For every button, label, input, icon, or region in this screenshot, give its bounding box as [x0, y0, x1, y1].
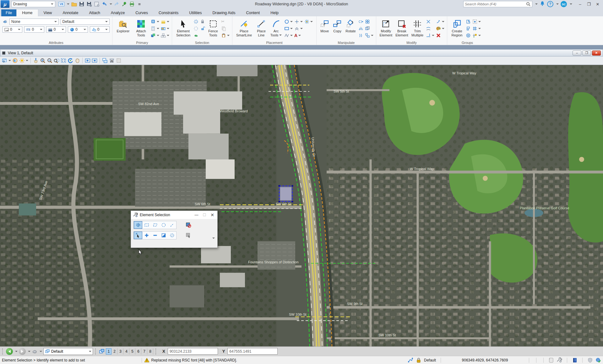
fillet-button[interactable] — [426, 32, 434, 38]
method-block-button[interactable] — [142, 221, 151, 229]
view-history-icon[interactable] — [32, 349, 37, 354]
place-block-button[interactable] — [284, 25, 293, 31]
method-circle-button[interactable] — [159, 221, 168, 229]
help-icon[interactable]: ? — [547, 1, 553, 7]
models-button[interactable] — [151, 25, 159, 31]
group-hole-button[interactable] — [466, 25, 471, 31]
view-groups-button[interactable] — [161, 32, 169, 38]
place-chevrons-button[interactable] — [294, 25, 303, 31]
active-level-value[interactable]: Default — [424, 358, 436, 362]
view-toggle-3[interactable]: 3 — [118, 348, 123, 355]
forward-button[interactable] — [19, 348, 26, 355]
references-button[interactable] — [151, 32, 159, 38]
locks-icon[interactable] — [416, 357, 421, 363]
place-multiline-button[interactable] — [284, 32, 293, 38]
line-weight-select[interactable]: 0 — [46, 26, 66, 33]
view-history-caret[interactable] — [40, 351, 42, 353]
view-minimize-button[interactable]: – — [573, 51, 581, 56]
snap-mode-icon[interactable] — [408, 357, 413, 363]
place-text-button[interactable]: A — [294, 32, 303, 38]
tab-help[interactable]: Help — [265, 9, 284, 16]
method-line-button[interactable] — [168, 221, 176, 229]
select-by-attributes-icon[interactable] — [193, 19, 198, 24]
geolocation-globe-icon[interactable] — [595, 357, 601, 363]
user-avatar[interactable]: SC — [561, 1, 567, 7]
warning-icon[interactable] — [144, 358, 149, 362]
save-as-icon[interactable] — [86, 1, 92, 7]
create-grid-button[interactable] — [472, 25, 481, 31]
redo-button[interactable] — [114, 1, 120, 7]
view-close-button[interactable]: ✕ — [592, 51, 601, 56]
markups-button[interactable] — [161, 25, 169, 31]
modify-element-button[interactable]: Modify Element — [379, 18, 393, 37]
tab-drawing-aids[interactable]: Drawing Aids — [207, 9, 241, 16]
view-toggle-6[interactable]: 6 — [136, 348, 141, 355]
copy-increment-button[interactable] — [365, 32, 373, 38]
notifications-bell-icon[interactable] — [540, 1, 545, 8]
place-smartline-button[interactable]: Place SmartLine — [235, 18, 253, 37]
minimize-button[interactable]: – — [576, 1, 584, 7]
lock-icon[interactable] — [200, 19, 205, 24]
tab-attach[interactable]: Attach — [84, 9, 105, 16]
method-shape-button[interactable] — [151, 221, 159, 229]
clip-volume-button[interactable] — [109, 57, 115, 64]
search-input[interactable] — [465, 2, 526, 6]
workflow-select[interactable]: Drawing — [11, 1, 55, 7]
create-region-button[interactable]: Create Region — [450, 18, 464, 37]
update-view-button[interactable] — [33, 57, 39, 64]
move-parallel-button[interactable] — [358, 32, 363, 38]
active-template-icon[interactable] — [3, 19, 8, 24]
chevron-down-icon[interactable] — [67, 3, 69, 6]
search-scope-caret[interactable] — [535, 3, 538, 6]
view-group-select[interactable]: Default — [43, 348, 93, 355]
view-toggle-4[interactable]: 4 — [124, 348, 129, 355]
element-selection-button[interactable]: Element Selection — [175, 18, 192, 37]
level-select[interactable]: Default — [61, 19, 110, 25]
zoom-out-button[interactable] — [47, 57, 52, 64]
tab-content[interactable]: Content — [241, 9, 265, 16]
tab-file[interactable]: File — [1, 9, 16, 16]
active-settings-icon[interactable] — [557, 357, 562, 363]
save-icon[interactable] — [79, 1, 84, 7]
delete-button[interactable] — [436, 32, 444, 38]
mirror-button[interactable] — [358, 25, 363, 31]
tab-home[interactable]: Home — [16, 9, 38, 16]
adjust-brightness-button[interactable] — [19, 57, 28, 64]
restore-button[interactable]: ❐ — [585, 1, 593, 7]
line-style-select[interactable]: 0 — [24, 26, 44, 33]
trim-multiple-button[interactable]: Trim Multiple — [410, 18, 424, 37]
tab-view[interactable]: View — [38, 9, 57, 16]
mode-invert-button[interactable] — [159, 232, 168, 239]
method-individual-button[interactable] — [134, 221, 142, 229]
dialog-titlebar[interactable]: Element Selection — ☐ ✕ — [131, 211, 217, 219]
place-line-button[interactable]: Place Line — [255, 18, 268, 37]
select-previous-icon[interactable] — [193, 32, 198, 38]
view-toggle-8[interactable]: 8 — [148, 348, 153, 355]
close-button[interactable]: ✕ — [594, 1, 602, 7]
view-window-titlebar[interactable]: View 1, Default – ❐ ✕ — [0, 49, 603, 56]
toolbar-grip[interactable] — [95, 348, 97, 355]
toolbar-grip[interactable] — [2, 348, 4, 355]
unlock-icon[interactable] — [200, 25, 205, 31]
version-v8-button[interactable]: V8 — [58, 2, 64, 6]
rotate-button[interactable]: Rotate — [345, 18, 357, 33]
fence-tools-button[interactable]: Fence Tools — [207, 18, 220, 37]
mode-clear-button[interactable] — [168, 232, 176, 239]
tab-analyze[interactable]: Analyze — [106, 9, 130, 16]
view-attributes-button[interactable] — [2, 57, 11, 64]
add-to-group-button[interactable] — [466, 19, 471, 24]
open-file-icon[interactable] — [71, 1, 77, 7]
fit-view-button[interactable] — [61, 57, 66, 64]
align-button[interactable] — [365, 25, 373, 31]
display-style-button[interactable] — [12, 57, 18, 64]
attach-tools-button[interactable]: Attach Tools — [133, 18, 149, 37]
ribbon-search[interactable] — [463, 1, 532, 7]
view-previous-button[interactable] — [85, 57, 90, 64]
template-select[interactable]: None — [9, 19, 59, 25]
transparency-select[interactable]: 0 — [90, 26, 110, 33]
dialog-close-button[interactable]: ✕ — [210, 212, 214, 217]
class-select[interactable]: 0 — [68, 26, 88, 33]
place-circle-button[interactable] — [284, 19, 293, 24]
selected-element[interactable] — [279, 185, 293, 202]
copy-view-button[interactable] — [102, 57, 108, 64]
